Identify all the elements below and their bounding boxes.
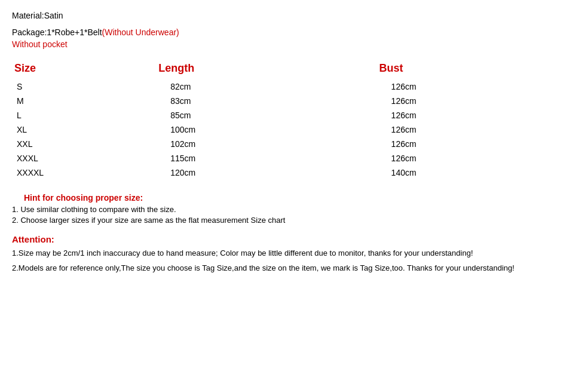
size-table: Size Length Bust S82cm126cmM83cm126cmL85… [12,60,576,180]
table-cell: XXL [12,137,134,151]
material-text: Material:Satin [12,11,63,20]
without-pocket: Without pocket [12,39,576,49]
table-cell: L [12,108,134,122]
table-row: S82cm126cm [12,79,576,94]
table-cell: 126cm [356,151,576,165]
table-row: XXL102cm126cm [12,137,576,151]
table-row: XL100cm126cm [12,122,576,137]
table-row: XXXXL120cm140cm [12,165,576,180]
table-cell: 82cm [134,79,355,94]
table-cell: 120cm [134,165,355,180]
table-cell: 126cm [356,137,576,151]
table-cell: XXXXL [12,165,134,180]
attention-item-2: 2.Models are for reference only,The size… [12,262,576,274]
attention-title: Attention: [12,234,576,244]
size-col-header: Size [12,60,134,79]
table-cell: 126cm [356,79,576,94]
hint-title: Hint for choosing proper size: [24,193,576,203]
bust-col-header: Bust [356,60,576,79]
table-cell: 140cm [356,165,576,180]
package-line: Package:1*Robe+1*Belt(Without Underwear) [12,27,576,37]
table-row: L85cm126cm [12,108,576,122]
table-cell: XL [12,122,134,137]
table-cell: 115cm [134,151,355,165]
table-row: XXXL115cm126cm [12,151,576,165]
table-row: M83cm126cm [12,94,576,108]
table-cell: XXXL [12,151,134,165]
table-cell: 102cm [134,137,355,151]
table-cell: M [12,94,134,108]
table-cell: 126cm [356,94,576,108]
table-cell: 100cm [134,122,355,137]
table-cell: 85cm [134,108,355,122]
length-col-header: Length [134,60,355,79]
hint-item-2: 2. Choose larger sizes if your size are … [12,216,576,225]
material-line: Material:Satin [12,11,576,20]
table-cell: 126cm [356,122,576,137]
package-text-red: (Without Underwear) [102,27,179,37]
package-text-plain: Package:1*Robe+1*Belt [12,27,102,37]
table-cell: 126cm [356,108,576,122]
table-cell: 83cm [134,94,355,108]
table-cell: S [12,79,134,94]
attention-section: Attention: 1.Size may be 2cm/1 inch inac… [12,234,576,274]
attention-item-1: 1.Size may be 2cm/1 inch inaccuracy due … [12,247,576,259]
hint-section: Hint for choosing proper size: 1. Use si… [12,193,576,225]
hint-item-1: 1. Use similar clothing to compare with … [12,205,576,214]
